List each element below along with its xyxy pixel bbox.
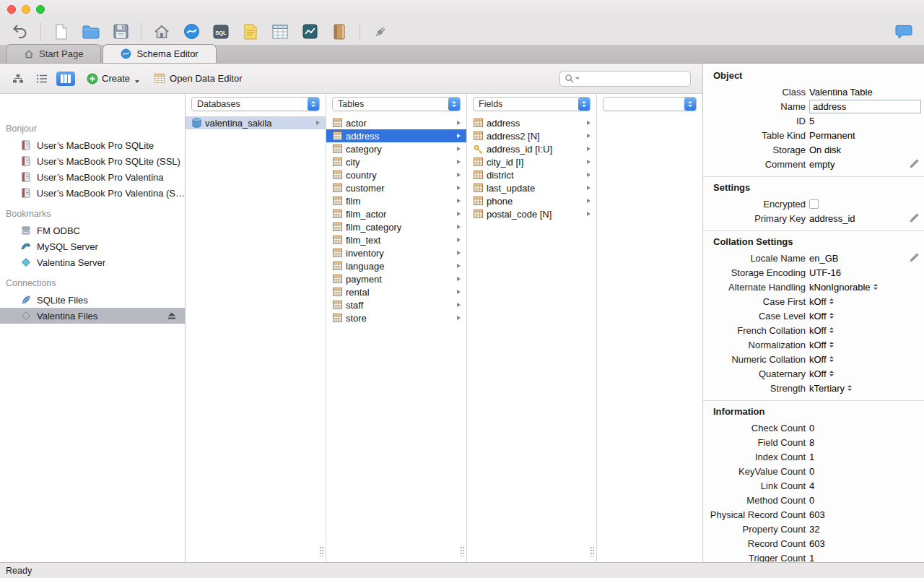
browser-row[interactable]: inventory <box>326 246 466 259</box>
property-value[interactable]: kOff <box>809 340 834 350</box>
edit-pencil-icon[interactable] <box>910 213 919 223</box>
sidebar-item[interactable]: Valentina Files <box>0 308 185 324</box>
column-header-popup[interactable]: Fields <box>473 97 590 111</box>
browser-row[interactable]: phone <box>467 194 596 207</box>
browser-row[interactable]: last_update <box>467 181 596 194</box>
sidebar-item[interactable]: User’s MacBook Pro Valentina <box>0 169 185 185</box>
inspector-row: Record Count603 <box>703 536 924 551</box>
browser-row-label: city <box>346 157 360 168</box>
browser-row[interactable]: address_id [I:U] <box>467 142 596 155</box>
sidebar-item[interactable]: User’s MacBook Pro SQLite (SSL) <box>0 153 185 169</box>
column-resize-grip[interactable] <box>319 546 324 556</box>
new-document-button[interactable] <box>50 21 73 43</box>
search-input[interactable] <box>581 73 686 84</box>
browser-row[interactable]: film_text <box>326 233 466 246</box>
sidebar-item[interactable]: User’s MacBook Pro Valentina (S… <box>0 185 185 201</box>
sidebar-item[interactable]: SQLite Files <box>0 292 185 308</box>
property-value: 1 <box>809 452 814 462</box>
schema-editor-button[interactable] <box>180 21 203 43</box>
feedback-chat-button[interactable] <box>892 21 915 43</box>
property-value[interactable]: kOff <box>809 368 834 379</box>
tree-view-button[interactable] <box>9 72 27 86</box>
browser-row[interactable]: actor <box>326 116 466 129</box>
edit-pencil-icon[interactable] <box>910 253 919 262</box>
browser-row[interactable]: film_actor <box>326 207 466 220</box>
table-icon <box>332 118 342 127</box>
tab-schema-editor[interactable]: Schema Editor <box>103 44 216 63</box>
property-value: en_GB <box>809 253 838 264</box>
inspector-section-title: Object <box>703 65 924 85</box>
minimize-window-button[interactable] <box>22 5 30 14</box>
search-field[interactable] <box>559 71 691 87</box>
zoom-window-button[interactable] <box>36 5 45 14</box>
sidebar-item-label: Valentina Files <box>37 311 97 322</box>
inspector-section-title: Settings <box>703 176 924 197</box>
column-header-popup[interactable]: Databases <box>191 97 320 111</box>
eject-icon[interactable] <box>167 312 176 320</box>
tab-start-page[interactable]: Start Page <box>6 44 101 63</box>
popup-stepper-icon <box>308 98 319 111</box>
property-value[interactable]: kOff <box>809 311 834 322</box>
browser-row[interactable]: customer <box>326 181 466 194</box>
browser-row[interactable]: city_id [I] <box>467 155 596 168</box>
browser-list: valentina_sakila <box>186 114 326 129</box>
browser-row[interactable]: district <box>467 168 596 181</box>
inspector-row: Table KindPermanent <box>703 128 924 142</box>
encrypted-checkbox[interactable] <box>809 199 819 209</box>
browser-row[interactable]: language <box>326 259 466 272</box>
undo-button[interactable] <box>9 21 32 43</box>
sidebar-item[interactable]: MySQL Server <box>0 238 185 254</box>
browser-row[interactable]: address <box>467 116 596 129</box>
create-button[interactable]: Create <box>87 73 139 85</box>
open-data-editor-button[interactable]: Open Data Editor <box>154 73 242 84</box>
data-editor-button[interactable] <box>269 21 292 43</box>
browser-row[interactable]: staff <box>326 298 466 311</box>
column-resize-grip[interactable] <box>590 546 595 556</box>
edit-pencil-icon[interactable] <box>910 159 919 168</box>
documentation-button[interactable] <box>328 21 351 43</box>
name-input[interactable] <box>809 100 921 113</box>
chevron-right-icon <box>587 212 590 216</box>
sidebar-item[interactable]: User’s MacBook Pro SQLite <box>0 137 185 153</box>
browser-row[interactable]: postal_code [N] <box>467 207 596 220</box>
browser-row-label: postal_code [N] <box>487 209 552 220</box>
browser-row[interactable]: film <box>326 194 466 207</box>
property-value[interactable]: kOff <box>809 354 834 365</box>
home-button[interactable] <box>150 21 173 43</box>
open-data-editor-label: Open Data Editor <box>170 73 242 84</box>
column-resize-grip[interactable] <box>460 546 465 556</box>
sidebar-item[interactable]: FM ODBC <box>0 223 185 238</box>
connect-button[interactable] <box>369 21 392 43</box>
report-editor-button[interactable] <box>239 21 262 43</box>
browser-row[interactable]: category <box>326 142 466 155</box>
browser-row[interactable]: valentina_sakila <box>186 116 326 129</box>
inspector-row: Encrypted <box>703 197 924 211</box>
browser-row-label: address <box>487 118 520 129</box>
browser-row[interactable]: country <box>326 168 466 181</box>
property-value[interactable]: kOff <box>809 296 834 307</box>
browser-row[interactable]: address2 [N] <box>467 129 596 142</box>
property-label: Link Count <box>703 480 806 491</box>
property-value[interactable]: kOff <box>809 325 834 336</box>
browser-row[interactable]: city <box>326 155 466 168</box>
open-folder-button[interactable] <box>79 21 103 43</box>
column-view-button[interactable] <box>56 72 75 86</box>
save-button[interactable] <box>109 21 132 43</box>
sidebar-item[interactable]: Valentina Server <box>0 254 185 270</box>
browser-row[interactable]: store <box>326 311 466 324</box>
browser-row[interactable]: film_category <box>326 220 466 233</box>
browser-row[interactable]: address <box>326 129 466 142</box>
browser-row[interactable]: payment <box>326 272 466 285</box>
diagram-button[interactable] <box>298 21 321 43</box>
list-view-button[interactable] <box>32 72 51 86</box>
property-value[interactable]: kNonIgnorable <box>809 282 878 293</box>
close-window-button[interactable] <box>7 5 16 14</box>
sql-editor-button[interactable]: SQL <box>209 21 232 43</box>
browser-list <box>597 114 702 116</box>
browser-row[interactable]: rental <box>326 285 466 298</box>
column-header-popup[interactable]: Tables <box>332 97 461 111</box>
property-value[interactable]: kTertiary <box>809 383 852 394</box>
home-icon <box>153 23 170 40</box>
chevron-right-icon <box>587 199 590 203</box>
column-header-popup[interactable] <box>603 97 697 111</box>
